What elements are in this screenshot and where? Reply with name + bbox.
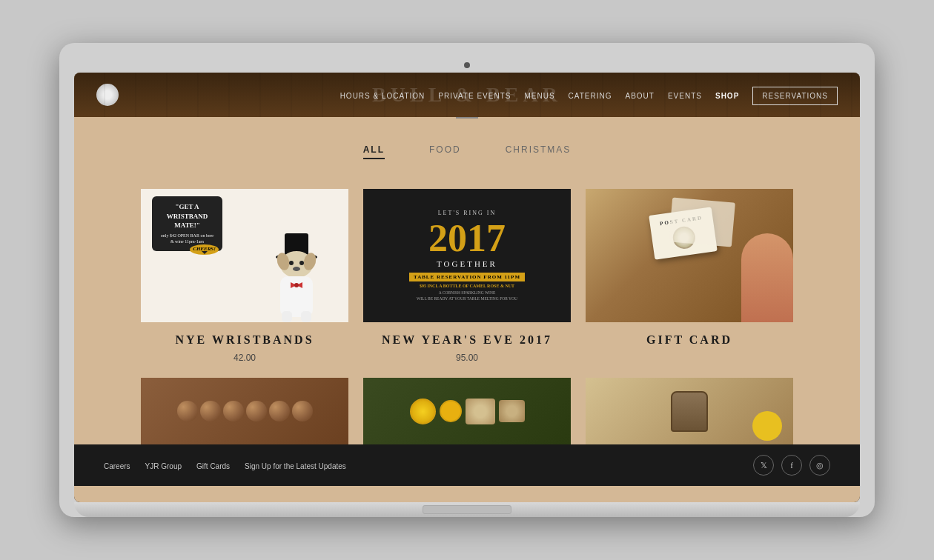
nav-item-reservations[interactable]: RESERVATIONS <box>752 88 838 101</box>
food-ball <box>200 401 221 421</box>
nav-link-events[interactable]: EVENTS <box>668 92 702 100</box>
product-title-giftcard: GIFT CARD <box>646 333 732 347</box>
instagram-icon[interactable]: ◎ <box>809 455 830 476</box>
tab-christmas[interactable]: CHRISTMAS <box>506 144 572 159</box>
food-ball <box>292 401 313 421</box>
product-title-wristbands: NYE WRISTBANDS <box>175 333 314 347</box>
product-image-wristbands: "GET A WRISTBAND MATE!" only $42 OPEN BA… <box>141 189 348 322</box>
product-nye-2017[interactable]: LET'S RING IN 2017 TOGETHER TABLE RESERV… <box>363 189 571 363</box>
facebook-icon[interactable]: f <box>781 455 802 476</box>
product-price-wristbands: 42.00 <box>234 353 256 363</box>
crumpet <box>466 399 495 424</box>
svg-point-11 <box>294 283 299 287</box>
nav-link-shop[interactable]: SHOP <box>715 92 739 100</box>
laptop-screen: BULL & BEAR HOURS & LOCATION PRIVATE EVE… <box>74 73 860 502</box>
footer-link-giftcards[interactable]: Gift Cards <box>196 462 230 470</box>
food-ball <box>246 401 267 421</box>
product-image-giftcard: POST CARD <box>586 189 793 322</box>
tab-all[interactable]: ALL <box>363 144 385 159</box>
footer-links: Careers YJR Group Gift Cards Sign Up for… <box>104 459 346 472</box>
lemon-slice <box>410 399 436 424</box>
food-ball <box>269 401 290 421</box>
nav-brand: BULL & BEAR <box>372 83 562 107</box>
svg-rect-13 <box>301 311 311 322</box>
food-image-balls <box>141 378 348 444</box>
product-nye-wristbands[interactable]: "GET A WRISTBAND MATE!" only $42 OPEN BA… <box>141 189 348 363</box>
speech-bubble-text: "GET A WRISTBAND MATE!" <box>167 203 208 229</box>
product-image-nye2017: LET'S RING IN 2017 TOGETHER TABLE RESERV… <box>363 189 571 322</box>
nye-details: A CORNISH SPARKLING WINE <box>439 290 496 296</box>
nye-together: TOGETHER <box>437 259 497 268</box>
laptop-base <box>74 502 860 517</box>
cheers-label: Cheers! <box>190 244 219 255</box>
jar-visual <box>671 391 708 432</box>
product-title-nye2017: NEW YEAR'S EVE 2017 <box>382 333 552 347</box>
food-ball <box>223 401 244 421</box>
laptop-frame: BULL & BEAR HOURS & LOCATION PRIVATE EVE… <box>59 43 875 517</box>
nav-item-about[interactable]: ABOUT <box>626 88 655 101</box>
webcam <box>464 62 470 68</box>
tab-food[interactable]: FOOD <box>429 144 461 159</box>
nav-item-catering[interactable]: CATERING <box>569 88 612 101</box>
footer-link-careers[interactable]: Careers <box>104 462 130 470</box>
twitter-icon[interactable]: 𝕏 <box>753 455 774 476</box>
svg-rect-12 <box>282 311 292 322</box>
nav-link-catering[interactable]: CATERING <box>569 92 612 100</box>
svg-point-5 <box>289 261 294 265</box>
nye-year: 2017 <box>428 219 506 258</box>
trackpad <box>423 505 511 514</box>
product-price-nye2017: 95.00 <box>456 353 478 363</box>
nav-link-about[interactable]: ABOUT <box>626 92 655 100</box>
footer: Careers YJR Group Gift Cards Sign Up for… <box>74 444 860 486</box>
speech-sub-text: only $42 OPEN BAR on beer & wine 11pm-1a… <box>159 233 215 245</box>
svg-point-6 <box>299 261 304 265</box>
food-row <box>111 378 823 444</box>
nye-detail2: WILL BE READY AT YOUR TABLE MELTING FOR … <box>417 296 517 302</box>
dog-illustration <box>259 211 334 322</box>
crumpet <box>499 400 525 422</box>
footer-signup[interactable]: Sign Up for the Latest Updates <box>245 459 346 472</box>
nye-table-res: TABLE RESERVATION FROM 11PM <box>409 273 525 281</box>
nav-link-reservations[interactable]: RESERVATIONS <box>752 87 838 105</box>
footer-yjr[interactable]: YJR Group <box>145 459 182 472</box>
social-icons: 𝕏 f ◎ <box>753 455 830 476</box>
site-wrapper: BULL & BEAR HOURS & LOCATION PRIVATE EVE… <box>74 73 860 502</box>
footer-link-signup[interactable]: Sign Up for the Latest Updates <box>245 462 346 470</box>
footer-link-yjr[interactable]: YJR Group <box>145 462 182 470</box>
footer-careers[interactable]: Careers <box>104 459 130 472</box>
lemon-slice <box>440 400 462 422</box>
footer-giftcards[interactable]: Gift Cards <box>196 459 230 472</box>
nav-item-events[interactable]: EVENTS <box>668 88 702 101</box>
nav-logo[interactable] <box>96 84 119 106</box>
nye-price-incl: $95 INCL A BOTTLE OF CAMEL ROSE & NUT <box>420 284 514 288</box>
product-gift-card[interactable]: POST CARD GIFT CARD <box>586 189 793 363</box>
navbar: BULL & BEAR HOURS & LOCATION PRIVATE EVE… <box>74 73 860 117</box>
food-image-jar <box>586 378 793 444</box>
nye-lets-ring: LET'S RING IN <box>438 210 497 216</box>
food-ball <box>177 401 198 421</box>
nav-item-shop[interactable]: SHOP <box>715 88 739 101</box>
svg-point-7 <box>293 267 300 271</box>
speech-bubble: "GET A WRISTBAND MATE!" only $42 OPEN BA… <box>152 196 222 251</box>
tab-separator <box>456 117 478 119</box>
svg-rect-8 <box>280 276 313 317</box>
screen-inner: BULL & BEAR HOURS & LOCATION PRIVATE EVE… <box>74 73 860 502</box>
food-image-lemon <box>363 378 571 444</box>
products-grid: "GET A WRISTBAND MATE!" only $42 OPEN BA… <box>111 174 823 378</box>
filter-tabs: ALL FOOD CHRISTMAS <box>74 126 860 174</box>
